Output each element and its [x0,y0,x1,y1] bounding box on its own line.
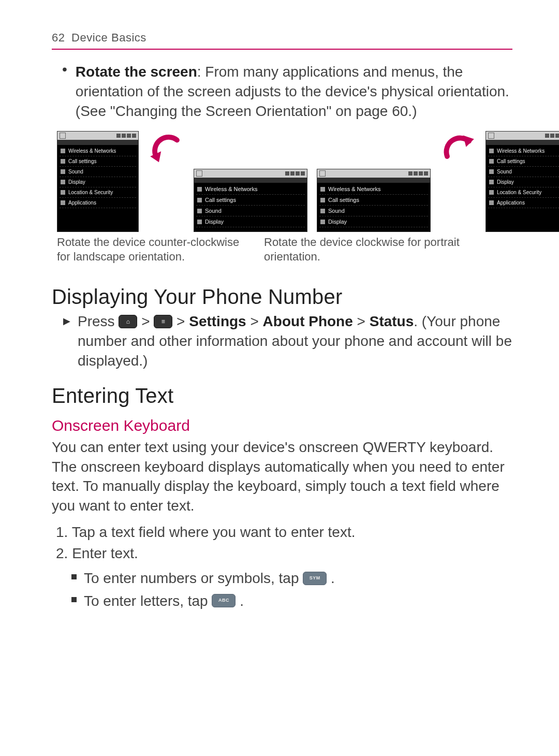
device-landscape-left: Wireless & Networks Call settings Sound … [194,169,307,232]
settings-row: Sound [60,167,136,177]
rotate-label: Rotate the screen [76,64,197,80]
step-2: 2. Enter text. [56,543,512,564]
orientation-figures: Wireless & Networks Call settings Sound … [57,131,512,232]
square-bullet-icon [71,597,77,602]
statusbar-icon [317,169,430,178]
settings-row: Location & Security [488,187,559,198]
bullet-dot-icon: • [62,64,67,75]
statusbar-icon [486,132,559,140]
onscreen-keyboard-paragraph: You can enter text using your device's o… [52,438,512,516]
rotate-ccw-arrow-icon [148,131,184,167]
substep-symbols: To enter numbers or symbols, tap SYM . [71,567,512,589]
settings-row: Sound [488,167,559,177]
settings-row: Wireless & Networks [60,146,136,156]
settings-row: Wireless & Networks [319,184,428,195]
settings-row: Display [488,177,559,187]
caption-ccw: Rotate the device counter-clockwise for … [57,235,254,264]
settings-row: Location & Security [60,187,136,198]
settings-row: Applications [60,198,136,208]
abc-key-icon: ABC [212,594,236,607]
settings-row: Applications [488,198,559,208]
square-bullet-icon [71,574,77,579]
sym-key-icon: SYM [303,572,327,585]
device-portrait-right: Wireless & Networks Call settings Sound … [486,131,559,232]
substep-letters: To enter letters, tap ABC . [71,590,512,612]
settings-row: Call settings [196,195,305,206]
heading-onscreen-keyboard: Onscreen Keyboard [52,417,512,434]
phone-number-instruction: Press ⌂ > ≡ > Settings > About Phone > S… [78,312,512,370]
triangle-bullet-icon: ▶ [63,315,70,327]
settings-row: Call settings [319,195,428,206]
settings-row: Sound [196,206,305,216]
settings-row: Sound [319,206,428,216]
settings-row: Wireless & Networks [196,184,305,195]
heading-entering-text: Entering Text [52,384,512,408]
step-1: 1. Tap a text field where you want to en… [56,522,512,543]
statusbar-icon [57,132,138,140]
rotate-cw-arrow-icon [440,131,476,167]
settings-row: Display [196,216,305,227]
rotate-screen-bullet: • Rotate the screen: From many applicati… [62,62,512,121]
device-landscape-right: Wireless & Networks Call settings Sound … [317,169,431,232]
settings-row: Wireless & Networks [488,146,559,156]
heading-display-phone-number: Displaying Your Phone Number [52,285,512,309]
settings-row: Call settings [488,156,559,167]
statusbar-icon [194,169,307,178]
device-portrait-left: Wireless & Networks Call settings Sound … [57,131,139,232]
settings-row: Call settings [60,156,136,167]
page-number: 62 [52,31,65,44]
settings-row: Display [60,177,136,187]
menu-key-icon: ≡ [154,315,172,328]
section-name: Device Basics [71,31,146,44]
page-header: 62 Device Basics [52,31,512,50]
settings-row: Display [319,216,428,227]
home-key-icon: ⌂ [119,315,137,328]
caption-cw: Rotate the device clockwise for portrait… [264,235,461,264]
svg-marker-1 [463,136,474,147]
